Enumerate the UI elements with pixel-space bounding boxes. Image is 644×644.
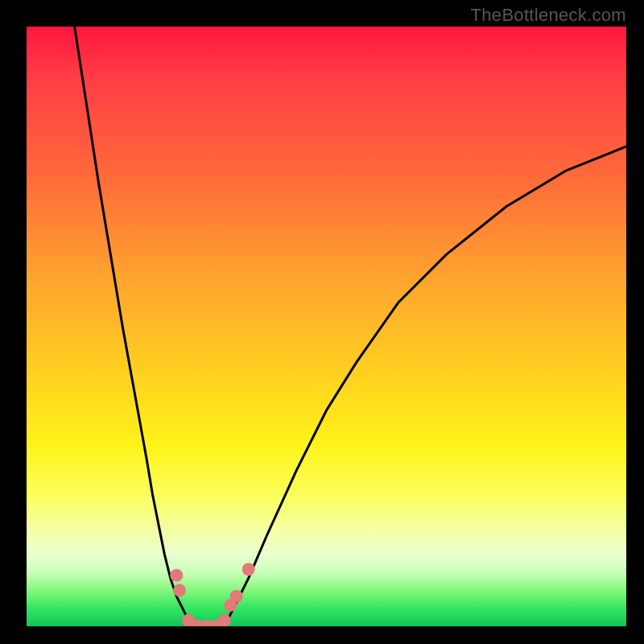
outer-frame: TheBottleneck.com: [0, 0, 644, 644]
bottleneck-curve-path: [75, 27, 626, 626]
bottleneck-curve: [75, 27, 626, 626]
data-markers: [170, 563, 254, 626]
chart-svg: [27, 27, 626, 626]
data-point-marker: [170, 569, 183, 582]
plot-area: [27, 27, 626, 626]
data-point-marker: [242, 563, 255, 576]
data-point-marker: [173, 584, 186, 597]
data-point-marker: [218, 614, 231, 626]
watermark-text: TheBottleneck.com: [471, 5, 626, 26]
data-point-marker: [230, 590, 243, 603]
